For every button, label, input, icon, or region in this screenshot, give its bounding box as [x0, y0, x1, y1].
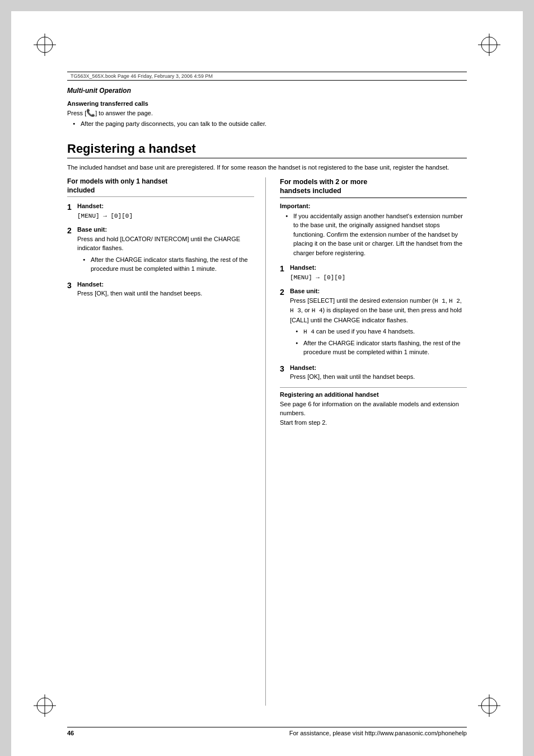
right-step-2-content: Base unit: Press [SELECT] until the desi…: [290, 287, 467, 359]
right-step-3-label: Handset:: [290, 364, 316, 371]
phone-icon: 📞: [86, 109, 95, 117]
page: TG563X_565X.book Page 46 Friday, Februar…: [11, 11, 523, 756]
corner-mark-br: [478, 694, 500, 717]
right-step-3-content: Handset: Press [OK], then wait until the…: [290, 363, 467, 382]
registering-additional-title: Registering an additional handset: [280, 391, 467, 398]
right-section-heading: For models with 2 or more handsets inclu…: [280, 177, 467, 198]
left-step-2-num: 2: [67, 225, 77, 275]
registering-additional-box: Registering an additional handset See pa…: [280, 387, 467, 428]
answering-calls-bullets: After the paging party disconnects, you …: [67, 119, 467, 129]
main-title: Registering a handset: [67, 142, 467, 158]
answering-calls-bullet-1: After the paging party disconnects, you …: [73, 119, 467, 129]
footer-text: For assistance, please visit http://www.…: [289, 730, 467, 736]
right-step-2: 2 Base unit: Press [SELECT] until the de…: [280, 287, 467, 359]
right-step-1-num: 1: [280, 263, 290, 282]
right-step-3-num: 3: [280, 363, 290, 382]
corner-mark-bl: [34, 694, 56, 717]
corner-mark-tr: [478, 34, 500, 56]
left-step-2-label: Base unit:: [77, 226, 107, 233]
footer-page-number: 46: [67, 730, 74, 736]
right-column: For models with 2 or more handsets inclu…: [277, 177, 467, 706]
right-step-1: 1 Handset: [MENU] → [0][0]: [280, 263, 467, 282]
right-step-2-num: 2: [280, 287, 290, 359]
footer: 46 For assistance, please visit http://w…: [67, 727, 467, 736]
left-step-1-num: 1: [67, 201, 77, 220]
left-step-3: 3 Handset: Press [OK], then wait until t…: [67, 280, 254, 298]
left-section-heading: For models with only 1 handset included: [67, 177, 254, 197]
important-bullet-1: If you accidentally assign another hands…: [285, 212, 467, 258]
left-step-3-body: Press [OK], then wait until the handset …: [77, 290, 202, 297]
important-note: Important: If you accidentally assign an…: [280, 203, 467, 258]
left-step-2: 2 Base unit: Press and hold [LOCATOR/ IN…: [67, 225, 254, 275]
right-step-2-label: Base unit:: [290, 288, 320, 294]
right-step-1-label: Handset:: [290, 264, 316, 271]
right-step-2-body: Press [SELECT] until the desired extensi…: [290, 297, 462, 323]
answering-calls-box: Answering transferred calls Press [📞] to…: [67, 100, 467, 130]
intro-text: The included handset and base unit are p…: [67, 163, 467, 172]
left-step-3-content: Handset: Press [OK], then wait until the…: [77, 280, 254, 298]
content-area: Multi-unit Operation Answering transferr…: [67, 87, 467, 706]
left-step-3-label: Handset:: [77, 281, 104, 288]
right-step-2-bullets: H 4 can be used if you have 4 handsets. …: [290, 327, 467, 357]
answering-calls-title: Answering transferred calls: [67, 100, 467, 107]
left-step-1-body: [MENU] → [0][0]: [77, 213, 133, 219]
right-step-2-bullet-1: H 4 can be used if you have 4 handsets.: [296, 327, 467, 337]
file-info-bar: TG563X_565X.book Page 46 Friday, Februar…: [67, 72, 467, 81]
left-column: For models with only 1 handset included …: [67, 177, 266, 706]
section-header: Multi-unit Operation: [67, 87, 467, 96]
right-step-3-body: Press [OK], then wait until the handset …: [290, 373, 415, 380]
left-step-2-bullets: After the CHARGE indicator starts flashi…: [77, 255, 254, 274]
right-step-2-bullet-2: After the CHARGE indicator starts flashi…: [296, 339, 467, 357]
left-step-2-bullet-1: After the CHARGE indicator starts flashi…: [83, 255, 254, 274]
important-bullets: If you accidentally assign another hands…: [280, 212, 467, 258]
file-info-text: TG563X_565X.book Page 46 Friday, Februar…: [71, 73, 213, 79]
left-step-1: 1 Handset: [MENU] → [0][0]: [67, 201, 254, 220]
left-step-2-body: Press and hold [LOCATOR/ INTERCOM] until…: [77, 236, 240, 252]
press-line: Press [📞] to answer the page.: [67, 109, 467, 117]
right-step-3: 3 Handset: Press [OK], then wait until t…: [280, 363, 467, 382]
two-column-layout: For models with only 1 handset included …: [67, 177, 467, 706]
corner-mark-tl: [34, 34, 56, 56]
right-step-1-body: [MENU] → [0][0]: [290, 274, 345, 281]
important-label: Important:: [280, 203, 467, 209]
registering-additional-body: See page 6 for information on the availa…: [280, 400, 467, 428]
right-step-1-content: Handset: [MENU] → [0][0]: [290, 263, 467, 282]
left-step-1-content: Handset: [MENU] → [0][0]: [77, 201, 254, 220]
left-step-3-num: 3: [67, 280, 77, 298]
left-step-2-content: Base unit: Press and hold [LOCATOR/ INTE…: [77, 225, 254, 275]
left-step-1-label: Handset:: [77, 203, 104, 209]
